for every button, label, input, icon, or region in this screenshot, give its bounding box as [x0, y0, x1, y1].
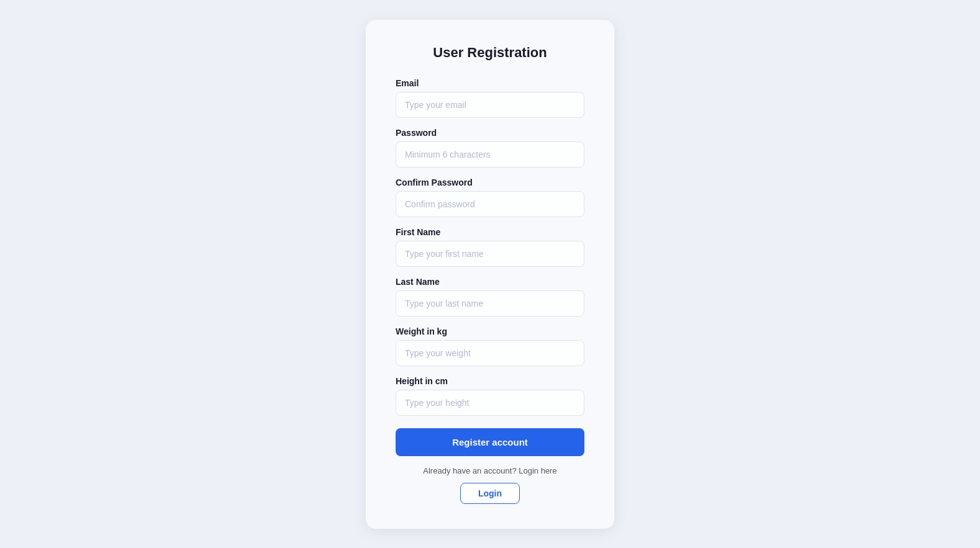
password-input[interactable]	[396, 141, 584, 168]
confirm-password-input[interactable]	[396, 191, 584, 217]
login-button[interactable]: Login	[460, 483, 520, 504]
weight-label: Weight in kg	[396, 326, 584, 336]
last-name-group: Last Name	[396, 277, 584, 317]
email-input[interactable]	[396, 92, 584, 118]
registration-card: User Registration Email Password Confirm…	[366, 20, 614, 529]
height-input[interactable]	[396, 390, 584, 416]
register-button[interactable]: Register account	[396, 428, 584, 456]
last-name-input[interactable]	[396, 290, 584, 317]
first-name-group: First Name	[396, 227, 584, 267]
height-group: Height in cm	[396, 376, 584, 416]
height-label: Height in cm	[396, 376, 584, 386]
weight-group: Weight in kg	[396, 326, 584, 366]
password-label: Password	[396, 128, 584, 138]
first-name-input[interactable]	[396, 241, 584, 267]
login-button-wrap: Login	[396, 483, 584, 504]
page-title: User Registration	[396, 45, 584, 61]
last-name-label: Last Name	[396, 277, 584, 287]
password-group: Password	[396, 128, 584, 168]
email-label: Email	[396, 78, 584, 88]
confirm-password-group: Confirm Password	[396, 177, 584, 217]
already-account-text: Already have an account? Login here	[396, 466, 584, 475]
email-group: Email	[396, 78, 584, 118]
weight-input[interactable]	[396, 340, 584, 366]
first-name-label: First Name	[396, 227, 584, 237]
confirm-password-label: Confirm Password	[396, 177, 584, 187]
